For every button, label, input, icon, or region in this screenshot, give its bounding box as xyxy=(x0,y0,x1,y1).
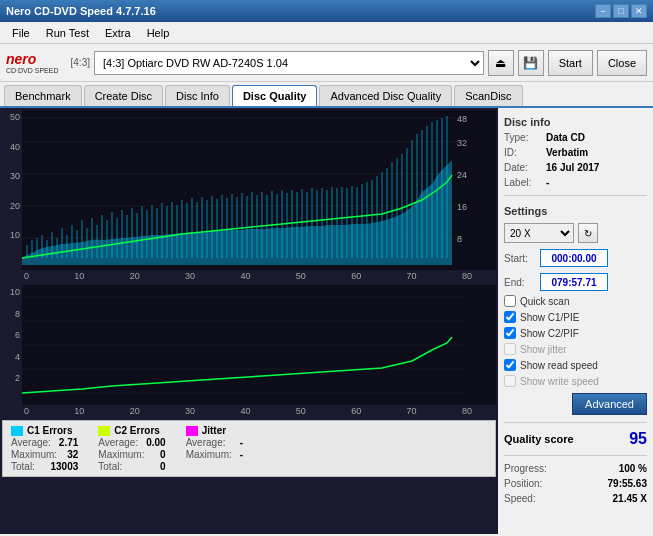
speed-row: Speed: 21.45 X xyxy=(504,493,647,504)
disc-type-label: Type: xyxy=(504,132,542,143)
advanced-button[interactable]: Advanced xyxy=(572,393,647,415)
disc-info-title: Disc info xyxy=(504,116,647,128)
legend-c2: C2 Errors Average: 0.00 Maximum: 0 Total… xyxy=(98,425,165,472)
quick-scan-label: Quick scan xyxy=(520,296,569,307)
c1-total-label: Total: xyxy=(11,461,35,472)
progress-label: Progress: xyxy=(504,463,547,474)
menu-file[interactable]: File xyxy=(4,25,38,41)
right-panel: Disc info Type: Data CD ID: Verbatim Dat… xyxy=(498,108,653,534)
minimize-button[interactable]: − xyxy=(595,4,611,18)
disc-label-row: Label: - xyxy=(504,177,647,188)
write-speed-checkbox[interactable] xyxy=(504,375,516,387)
c1-label: C1 Errors xyxy=(27,425,73,436)
quick-scan-row: Quick scan xyxy=(504,295,647,307)
c1-avg-label: Average: xyxy=(11,437,51,448)
c1pie-label: Show C1/PIE xyxy=(520,312,579,323)
position-label: Position: xyxy=(504,478,542,489)
speed-value: 21.45 X xyxy=(613,493,647,504)
tab-scandisc[interactable]: ScanDisc xyxy=(454,85,522,106)
c2pif-checkbox[interactable] xyxy=(504,327,516,339)
write-speed-row: Show write speed xyxy=(504,375,647,387)
quality-score-label: Quality score xyxy=(504,433,574,445)
legend: C1 Errors Average: 2.71 Maximum: 32 Tota… xyxy=(2,420,496,477)
c1-max-value: 32 xyxy=(67,449,78,460)
upper-chart: 48 32 24 16 8 xyxy=(22,110,496,270)
jitter-cb-label: Show jitter xyxy=(520,344,567,355)
c1-color-box xyxy=(11,426,23,436)
progress-value: 100 % xyxy=(619,463,647,474)
y-right-48: 48 xyxy=(457,114,467,124)
speed-select[interactable]: Maximum4 X8 X16 X20 X40 X xyxy=(504,223,574,243)
jitter-avg-value: - xyxy=(240,437,243,448)
c2-color-box xyxy=(98,426,110,436)
jitter-max-value: - xyxy=(240,449,243,460)
c1pie-row: Show C1/PIE xyxy=(504,311,647,323)
disc-label-label: Label: xyxy=(504,177,542,188)
position-value: 79:55.63 xyxy=(608,478,647,489)
settings-title: Settings xyxy=(504,205,647,217)
c2-avg-label: Average: xyxy=(98,437,138,448)
speed-label: Speed: xyxy=(504,493,536,504)
tab-create-disc[interactable]: Create Disc xyxy=(84,85,163,106)
position-row: Position: 79:55.63 xyxy=(504,478,647,489)
legend-jitter: Jitter Average: - Maximum: - xyxy=(186,425,243,472)
read-speed-row: Show read speed xyxy=(504,359,647,371)
disc-type-row: Type: Data CD xyxy=(504,132,647,143)
lower-x-labels: 0 10 20 30 40 50 60 70 80 xyxy=(2,405,496,416)
disc-id-label: ID: xyxy=(504,147,542,158)
close-window-button[interactable]: ✕ xyxy=(631,4,647,18)
c2-avg-value: 0.00 xyxy=(146,437,165,448)
lower-chart xyxy=(22,285,496,405)
disc-label-value: - xyxy=(546,177,549,188)
upper-chart-svg: 48 32 24 16 8 xyxy=(22,110,496,270)
divider-3 xyxy=(504,455,647,456)
write-speed-label: Show write speed xyxy=(520,376,599,387)
c2pif-row: Show C2/PIF xyxy=(504,327,647,339)
lower-y-labels: 10 8 6 4 2 xyxy=(2,285,22,405)
title-bar: Nero CD-DVD Speed 4.7.7.16 − □ ✕ xyxy=(0,0,653,22)
start-row: Start: xyxy=(504,249,647,267)
c1-avg-value: 2.71 xyxy=(59,437,78,448)
tab-benchmark[interactable]: Benchmark xyxy=(4,85,82,106)
tab-advanced-disc-quality[interactable]: Advanced Disc Quality xyxy=(319,85,452,106)
close-button[interactable]: Close xyxy=(597,50,647,76)
save-icon-btn[interactable]: 💾 xyxy=(518,50,544,76)
c2-total-value: 0 xyxy=(160,461,166,472)
maximize-button[interactable]: □ xyxy=(613,4,629,18)
speed-setting-row: Maximum4 X8 X16 X20 X40 X ↻ xyxy=(504,223,647,243)
divider-1 xyxy=(504,195,647,196)
tab-disc-info[interactable]: Disc Info xyxy=(165,85,230,106)
menu-help[interactable]: Help xyxy=(139,25,178,41)
c1-total-value: 13003 xyxy=(51,461,79,472)
refresh-button[interactable]: ↻ xyxy=(578,223,598,243)
quick-scan-checkbox[interactable] xyxy=(504,295,516,307)
jitter-color-box xyxy=(186,426,198,436)
window-controls: − □ ✕ xyxy=(595,4,647,18)
read-speed-checkbox[interactable] xyxy=(504,359,516,371)
jitter-label: Jitter xyxy=(202,425,226,436)
start-button[interactable]: Start xyxy=(548,50,593,76)
start-time-field[interactable] xyxy=(540,249,608,267)
c2-max-label: Maximum: xyxy=(98,449,144,460)
y-right-32: 32 xyxy=(457,138,467,148)
lower-chart-svg xyxy=(22,285,496,405)
end-time-field[interactable] xyxy=(540,273,608,291)
y-right-8: 8 xyxy=(457,234,462,244)
tab-disc-quality[interactable]: Disc Quality xyxy=(232,85,318,106)
end-row: End: xyxy=(504,273,647,291)
jitter-checkbox[interactable] xyxy=(504,343,516,355)
menu-extra[interactable]: Extra xyxy=(97,25,139,41)
quality-score-row: Quality score 95 xyxy=(504,430,647,448)
c1-max-label: Maximum: xyxy=(11,449,57,460)
drive-select[interactable]: [4:3] Optiarc DVD RW AD-7240S 1.04 xyxy=(94,51,484,75)
window-title: Nero CD-DVD Speed 4.7.7.16 xyxy=(6,5,156,17)
c1pie-checkbox[interactable] xyxy=(504,311,516,323)
jitter-max-label: Maximum: xyxy=(186,449,232,460)
disc-date-label: Date: xyxy=(504,162,542,173)
logo: nero CD·DVD SPEED xyxy=(6,51,59,74)
menu-run-test[interactable]: Run Test xyxy=(38,25,97,41)
upper-x-labels: 0 10 20 30 40 50 60 70 80 xyxy=(2,270,496,281)
eject-icon-btn[interactable]: ⏏ xyxy=(488,50,514,76)
y-right-16: 16 xyxy=(457,202,467,212)
jitter-avg-label: Average: xyxy=(186,437,226,448)
